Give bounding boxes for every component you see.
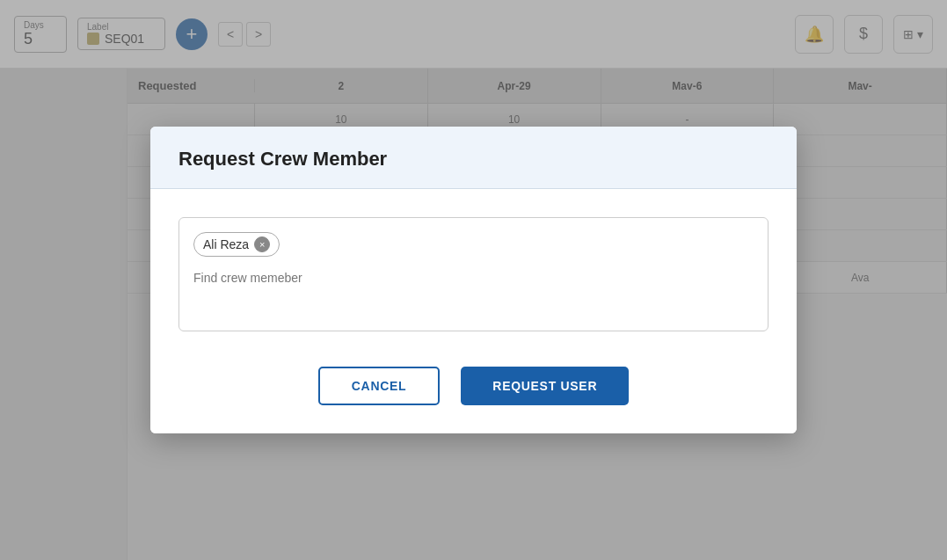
request-user-button[interactable]: REQUEST USER xyxy=(461,367,629,405)
tag-row: Ali Reza × xyxy=(193,232,754,257)
cancel-button[interactable]: CANCEL xyxy=(318,367,441,405)
crew-find-input[interactable] xyxy=(193,267,754,288)
dialog-footer: CANCEL REQUEST USER xyxy=(150,353,797,433)
dialog-body: Ali Reza × xyxy=(150,189,797,353)
dialog-header: Request Crew Member xyxy=(150,127,797,189)
modal-overlay: Request Crew Member Ali Reza × CANCEL RE… xyxy=(0,0,947,560)
crew-tag: Ali Reza × xyxy=(193,232,280,257)
crew-tag-name: Ali Reza xyxy=(203,237,249,251)
crew-tag-remove-button[interactable]: × xyxy=(254,236,270,252)
dialog-title: Request Crew Member xyxy=(178,148,769,171)
request-crew-dialog: Request Crew Member Ali Reza × CANCEL RE… xyxy=(150,127,797,433)
crew-input-area[interactable]: Ali Reza × xyxy=(178,217,769,331)
